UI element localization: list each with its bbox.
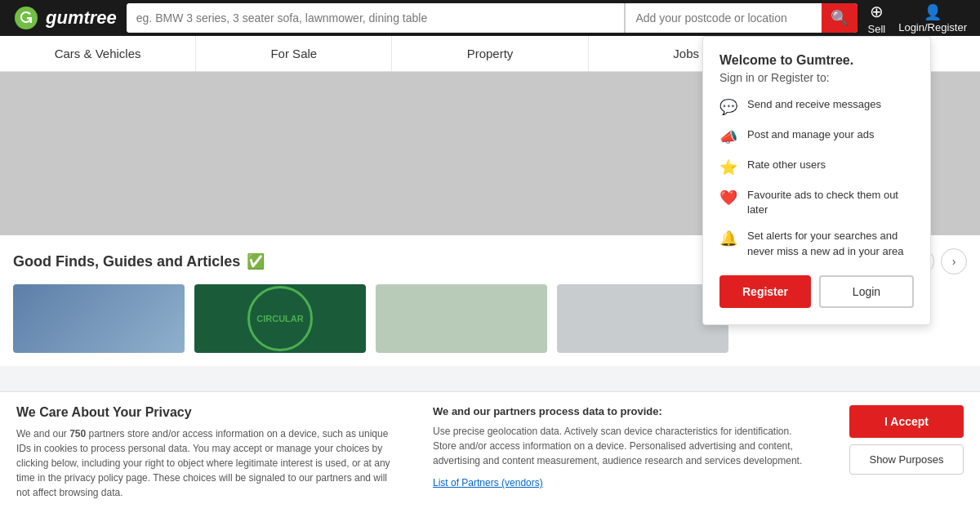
privacy-title: We Care About Your Privacy <box>16 405 400 420</box>
dropdown-item-messages: 💬 Send and receive messages <box>719 97 914 116</box>
article-card-1[interactable] <box>13 284 185 353</box>
articles-title-text: Good Finds, Guides and Articles <box>13 253 240 270</box>
sell-button[interactable]: ⊕ Sell <box>867 2 885 35</box>
accept-button[interactable]: I Accept <box>849 405 964 438</box>
show-purposes-button[interactable]: Show Purposes <box>849 444 964 475</box>
dropdown-item-ads-text: Post and manage your ads <box>747 127 874 142</box>
nav-item-property[interactable]: Property <box>392 36 588 71</box>
dropdown-actions: Register Login <box>719 275 914 308</box>
circular-badge: CIRCULAR <box>247 286 313 351</box>
svg-point-0 <box>15 7 38 29</box>
logo-text: gumtree <box>46 7 117 29</box>
search-icon: 🔍 <box>831 9 849 27</box>
articles-title: Good Finds, Guides and Articles ✅ <box>13 252 265 270</box>
dropdown-item-ads: 📣 Post and manage your ads <box>719 127 914 146</box>
dropdown-title: Welcome to Gumtree. <box>719 53 914 68</box>
privacy-left: We Care About Your Privacy We and our 75… <box>16 405 400 500</box>
alerts-icon: 🔔 <box>719 230 737 248</box>
logo[interactable]: gumtree <box>13 5 117 31</box>
nav-label-cars: Cars & Vehicles <box>55 47 141 60</box>
next-arrow-button[interactable]: › <box>941 248 967 274</box>
plus-icon: ⊕ <box>867 2 885 21</box>
sell-label: Sell <box>867 23 885 35</box>
nav-item-cars[interactable]: Cars & Vehicles <box>0 36 196 71</box>
login-action-button[interactable]: Login <box>819 275 914 308</box>
privacy-right: We and our partners process data to prov… <box>433 405 817 489</box>
dropdown-subtitle: Sign in or Register to: <box>719 71 914 84</box>
privacy-text: We and our 750 partners store and/or acc… <box>16 426 400 500</box>
article-card-2[interactable]: CIRCULAR <box>194 284 366 353</box>
nav-label-property: Property <box>467 47 514 60</box>
privacy-banner: We Care About Your Privacy We and our 75… <box>0 391 980 513</box>
nav-label-jobs: Jobs <box>673 47 699 60</box>
next-arrow-icon: › <box>952 255 956 268</box>
dropdown-item-rate-text: Rate other users <box>747 158 826 172</box>
privacy-buttons: I Accept Show Purposes <box>849 405 964 475</box>
privacy-right-title: We and our partners process data to prov… <box>433 405 817 417</box>
rate-icon: ⭐ <box>719 158 737 176</box>
header: gumtree 🔍 ⊕ Sell 👤 Login/Register <box>0 0 980 36</box>
dropdown-item-rate: ⭐ Rate other users <box>719 158 914 176</box>
user-icon: 👤 <box>924 3 942 21</box>
privacy-partner-count: 750 <box>69 428 86 439</box>
dropdown-item-alerts: 🔔 Set alerts for your searches and never… <box>719 229 914 258</box>
location-input[interactable] <box>626 3 822 33</box>
privacy-text-prefix: We and our <box>16 428 69 439</box>
article-card-3[interactable] <box>376 284 547 353</box>
favourite-icon: ❤️ <box>719 189 737 207</box>
logo-icon <box>13 5 39 31</box>
login-label: Login/Register <box>898 21 967 33</box>
privacy-right-text: Use precise geolocation data. Actively s… <box>433 424 817 468</box>
register-button[interactable]: Register <box>719 275 811 308</box>
search-input[interactable] <box>127 3 626 33</box>
search-button[interactable]: 🔍 <box>822 3 858 33</box>
welcome-dropdown: Welcome to Gumtree. Sign in or Register … <box>702 36 931 325</box>
dropdown-item-messages-text: Send and receive messages <box>747 97 881 112</box>
verified-icon: ✅ <box>247 252 265 270</box>
messages-icon: 💬 <box>719 98 737 116</box>
search-bar: 🔍 <box>127 3 858 33</box>
nav-item-forsale[interactable]: For Sale <box>196 36 392 71</box>
nav-label-forsale: For Sale <box>270 47 317 60</box>
dropdown-item-favourite: ❤️ Favourite ads to check them out later <box>719 188 914 217</box>
ads-icon: 📣 <box>719 128 737 146</box>
partners-link[interactable]: List of Partners (vendors) <box>433 477 543 488</box>
dropdown-item-alerts-text: Set alerts for your searches and never m… <box>747 229 914 258</box>
dropdown-item-favourite-text: Favourite ads to check them out later <box>747 188 914 217</box>
login-register-button[interactable]: 👤 Login/Register <box>898 3 967 33</box>
header-actions: ⊕ Sell 👤 Login/Register <box>867 2 967 35</box>
